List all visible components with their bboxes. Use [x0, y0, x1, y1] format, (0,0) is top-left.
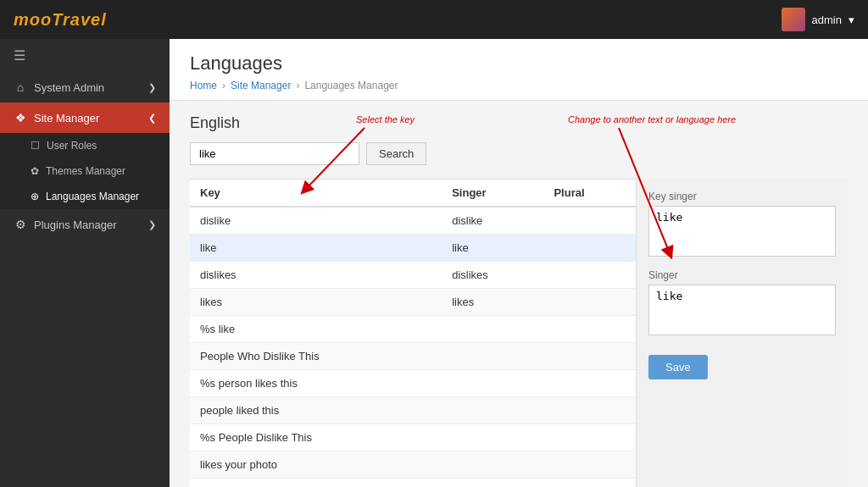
table-cell-key: People Who Dislike This — [190, 343, 442, 370]
table-row[interactable]: %s People Dislike This — [190, 424, 636, 451]
sidebar-label-system-admin: System Admin — [34, 81, 104, 94]
sidebar-label-site-manager: Site Manager — [34, 112, 99, 125]
table-row[interactable]: dislikesdislikes — [190, 262, 636, 289]
breadcrumb-sep-1: › — [222, 80, 225, 91]
save-button[interactable]: Save — [648, 355, 708, 379]
key-singer-input[interactable]: like — [648, 206, 836, 257]
table-cell-singer — [442, 424, 543, 451]
table-cell-key: %s People Dislike This — [190, 424, 442, 451]
table-cell-key: likes — [190, 289, 442, 316]
language-table: Key Singer Plural dislikedislikelikelike… — [190, 179, 636, 487]
navbar: mooTravel admin ▾ — [0, 0, 868, 39]
table-cell-key: likes "%s" — [190, 479, 442, 488]
right-panel: Key singer like Singer like Save — [636, 179, 848, 487]
table-cell-plural — [543, 262, 636, 289]
search-button[interactable]: Search — [366, 142, 426, 165]
sidebar-item-system-admin[interactable]: ⌂ System Admin ❯ — [0, 72, 170, 102]
table-cell-plural — [543, 397, 636, 424]
table-cell-key: dislike — [190, 207, 442, 235]
sidebar-item-plugins-manager[interactable]: ⚙ Plugins Manager ❯ — [0, 209, 170, 240]
breadcrumb-site-manager[interactable]: Site Manager — [231, 80, 291, 91]
breadcrumb: Home › Site Manager › Languages Manager — [190, 80, 848, 100]
table-cell-plural — [543, 235, 636, 262]
languages-icon: ⊕ — [31, 191, 39, 202]
table-cell-singer — [442, 451, 543, 479]
table-cell-singer — [442, 397, 543, 424]
site-manager-icon: ❖ — [14, 111, 27, 125]
sidebar-label-plugins-manager: Plugins Manager — [34, 219, 117, 231]
user-menu[interactable]: admin ▾ — [782, 8, 854, 31]
table-row[interactable]: dislikedislike — [190, 207, 636, 235]
chevron-left-icon: ❮ — [148, 113, 156, 124]
singer-label: Singer — [648, 269, 836, 281]
sidebar-label-themes-manager: Themes Manager — [46, 165, 125, 177]
user-roles-icon: ☐ — [31, 140, 40, 152]
table-row[interactable]: likeslikes — [190, 289, 636, 316]
sidebar-item-site-manager[interactable]: ❖ Site Manager ❮ — [0, 102, 170, 133]
language-title: English — [190, 114, 848, 132]
table-header-row: Key Singer Plural — [190, 180, 636, 208]
search-row: Search — [190, 142, 848, 165]
table-cell-singer: dislike — [442, 207, 543, 235]
table-row[interactable]: %s like — [190, 316, 636, 343]
table-cell-key: likes your photo — [190, 451, 442, 479]
user-chevron: ▾ — [849, 14, 854, 26]
col-singer: Singer — [442, 180, 543, 208]
singer-section: Singer like — [648, 269, 836, 338]
table-row[interactable]: %s person likes this — [190, 370, 636, 397]
sidebar-item-languages-manager[interactable]: ⊕ Languages Manager — [0, 184, 170, 209]
table-cell-singer — [442, 479, 543, 488]
table-cell-plural — [543, 343, 636, 370]
brand-text: mooTravel — [14, 10, 107, 29]
breadcrumb-languages-manager: Languages Manager — [304, 80, 398, 91]
table-cell-key: people liked this — [190, 397, 442, 424]
sidebar-label-user-roles: User Roles — [47, 140, 97, 152]
table-cell-key: %s like — [190, 316, 442, 343]
sidebar-label-languages-manager: Languages Manager — [46, 191, 139, 202]
chevron-right-plugins-icon: ❯ — [148, 219, 156, 230]
table-cell-plural — [543, 424, 636, 451]
table-cell-singer — [442, 370, 543, 397]
table-cell-singer: likes — [442, 289, 543, 316]
table-cell-plural — [543, 289, 636, 316]
sidebar-item-themes-manager[interactable]: ✿ Themes Manager — [0, 158, 170, 184]
col-key: Key — [190, 180, 442, 208]
col-plural: Plural — [543, 180, 636, 208]
sidebar-submenu: ☐ User Roles ✿ Themes Manager ⊕ Language… — [0, 133, 170, 209]
chevron-right-icon: ❯ — [148, 82, 156, 93]
table-cell-plural — [543, 370, 636, 397]
table-cell-plural — [543, 316, 636, 343]
sidebar: ☰ ⌂ System Admin ❯ ❖ Site Manager ❮ ☐ Us… — [0, 39, 170, 487]
breadcrumb-home[interactable]: Home — [190, 80, 217, 91]
table-cell-singer — [442, 343, 543, 370]
table-panel-layout: Key Singer Plural dislikedislikelikelike… — [190, 179, 848, 487]
table-row[interactable]: likes your photo — [190, 451, 636, 479]
table-row[interactable]: likes "%s" — [190, 479, 636, 488]
table-cell-plural — [543, 479, 636, 488]
avatar — [782, 8, 805, 31]
breadcrumb-sep-2: › — [296, 80, 299, 91]
table-cell-singer: dislikes — [442, 262, 543, 289]
singer-input[interactable]: like — [648, 285, 836, 335]
table-cell-plural — [543, 207, 636, 235]
brand: mooTravel — [14, 10, 107, 30]
table-row[interactable]: People Who Dislike This — [190, 343, 636, 370]
sidebar-toggle[interactable]: ☰ — [0, 39, 170, 72]
content-area: Languages Home › Site Manager › Language… — [170, 39, 868, 487]
table-cell-key: dislikes — [190, 262, 442, 289]
table-cell-key: %s person likes this — [190, 370, 442, 397]
plugins-icon: ⚙ — [14, 218, 27, 231]
key-singer-section: Key singer like — [648, 191, 836, 259]
table-cell-singer — [442, 316, 543, 343]
table-cell-plural — [543, 451, 636, 479]
table-row[interactable]: likelike — [190, 235, 636, 262]
table-cell-singer: like — [442, 235, 543, 262]
content-body: English Search Key Singer Plural dislik — [170, 101, 868, 487]
key-singer-label: Key singer — [648, 191, 836, 202]
username: admin — [812, 14, 842, 26]
home-icon: ⌂ — [14, 80, 27, 94]
search-input[interactable] — [190, 142, 359, 165]
sidebar-item-user-roles[interactable]: ☐ User Roles — [0, 133, 170, 158]
themes-icon: ✿ — [31, 165, 39, 177]
table-row[interactable]: people liked this — [190, 397, 636, 424]
